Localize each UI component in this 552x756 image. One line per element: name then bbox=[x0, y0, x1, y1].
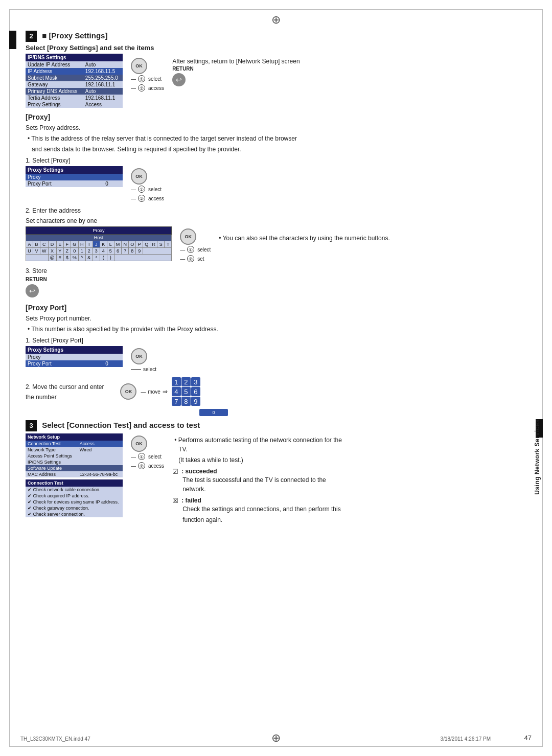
compass-bottom-icon: ⊕ bbox=[271, 731, 281, 745]
numpad-9: 9 bbox=[191, 397, 200, 406]
proxy-keyboard-table: Proxy Host ABCDEFGHI J KLMNOPQRST UVWXYZ… bbox=[26, 226, 172, 261]
proxy-step2-arrows: ①select ②set bbox=[180, 246, 211, 262]
row-update-ip-label: Update IP Address bbox=[26, 61, 83, 68]
page-number: 47 bbox=[524, 734, 532, 742]
section-2-heading: ■ [Proxy Settings] bbox=[42, 31, 107, 40]
proxy-row-proxy: Proxy bbox=[26, 174, 103, 180]
numpad-4: 4 bbox=[172, 387, 181, 396]
ok-button-proxy-step2[interactable]: OK bbox=[180, 228, 196, 245]
section-2-diagram: IP/DNS Settings Update IP Address Auto I… bbox=[26, 54, 526, 108]
numpad: 1 2 3 4 5 6 7 8 9 bbox=[172, 377, 200, 406]
proxy-port-step1-diagram: Proxy Settings Proxy Proxy Port 0 OK sel… bbox=[26, 346, 526, 372]
check-symbol: ☑ bbox=[172, 468, 178, 475]
proxy-desc2: • This is the address of the relay serve… bbox=[26, 134, 526, 143]
proxy-step2-ok-control: OK ①select ②set bbox=[180, 228, 211, 262]
row-subnet-label: Subnet Mask bbox=[26, 75, 83, 81]
row-primary-dns-value: Auto bbox=[83, 88, 123, 95]
proxy-heading: [Proxy] bbox=[26, 113, 526, 121]
proxy-port-step2-diagram: 2. Move the cursor and enter the number … bbox=[26, 377, 526, 406]
failed-desc1: Check the settings and connections, and … bbox=[172, 505, 346, 514]
row-ip-address-value: 192.168.11.5 bbox=[83, 68, 123, 75]
connection-test-table: Connection Test ✔ Check network cable co… bbox=[26, 479, 123, 517]
section-number-2: 2 bbox=[26, 31, 37, 42]
numpad-6: 6 bbox=[191, 387, 200, 396]
failed-label: : failed bbox=[181, 497, 201, 504]
keyboard-host-row: Host bbox=[26, 235, 172, 241]
move-label: — move ⇒ bbox=[141, 388, 167, 395]
footer-file: TH_L32C30KMTX_EN.indd 47 bbox=[20, 736, 90, 742]
failed-row: ☒ : failed bbox=[172, 497, 346, 505]
proxy-port-heading: [Proxy Port] bbox=[26, 304, 526, 312]
return-icon-proxy: ↩ bbox=[26, 284, 39, 297]
section-3-heading: Select [Connection Test] and access to t… bbox=[42, 421, 200, 429]
section-3-title: 3 Select [Connection Test] and access to… bbox=[26, 420, 526, 431]
row-proxy-settings-value: Access bbox=[83, 101, 123, 108]
proxy-port-step2-text: 2. Move the cursor and enter the number bbox=[26, 380, 104, 403]
proxy-step2b-label: Set characters one by one bbox=[26, 217, 526, 224]
proxy-step1-ok-control: OK ①select ②access bbox=[131, 168, 164, 202]
proxy-port-step1: 1. Select [Proxy Port] bbox=[26, 337, 526, 344]
network-setup-header: Network Setup bbox=[26, 433, 123, 441]
numpad-5: 5 bbox=[181, 387, 191, 396]
network-row-mac: MAC Address bbox=[26, 471, 78, 477]
proxy-settings-table: Proxy Settings Proxy Proxy Port 0 bbox=[26, 166, 123, 187]
numpad-8: 8 bbox=[181, 397, 191, 406]
page-border-right bbox=[542, 9, 543, 747]
ok-button-proxy-port-step1[interactable]: OK bbox=[131, 348, 147, 364]
ipdns-table-header: IP/DNS Settings bbox=[26, 54, 123, 61]
proxy-port-desc2: • This number is also specified by the p… bbox=[26, 325, 526, 334]
proxy-step3-label: 3. Store bbox=[26, 267, 526, 274]
proxy-keyboard-wrapper: Proxy Host ABCDEFGHI J KLMNOPQRST UVWXYZ… bbox=[26, 226, 172, 261]
network-row-type: Network Type bbox=[26, 447, 78, 453]
row-tertia-value: 192.168.11.1 bbox=[83, 95, 123, 101]
proxy-port-step1-arrows: select bbox=[131, 366, 156, 372]
proxy-port-table-header: Proxy Settings bbox=[26, 346, 123, 354]
numpad-0: 0 bbox=[199, 409, 228, 416]
proxy-port-step1-ok-control: OK select bbox=[131, 348, 156, 372]
section-3: 3 Select [Connection Test] and access to… bbox=[26, 420, 526, 526]
after-settings-text: After settings, return to [Network Setup… bbox=[172, 58, 300, 88]
after-settings-label: After settings, return to [Network Setup… bbox=[172, 58, 300, 65]
ok-button-proxy-step1[interactable]: OK bbox=[131, 168, 147, 185]
network-row-ipdns: IP/DNS Settings bbox=[26, 459, 78, 465]
proxy-keyboard-diagram: Proxy Host ABCDEFGHI J KLMNOPQRST UVWXYZ… bbox=[26, 226, 526, 262]
x-symbol: ☒ bbox=[172, 497, 178, 505]
failed-desc2: function again. bbox=[172, 515, 346, 524]
section3-note2: (It takes a while to test.) bbox=[172, 455, 346, 465]
row-subnet-value: 255.255.255.0 bbox=[83, 75, 123, 81]
ok-button-section3[interactable]: OK bbox=[131, 436, 147, 452]
network-row-software: Software Update bbox=[26, 465, 78, 471]
row-gateway-label: Gateway bbox=[26, 81, 83, 88]
keyboard-header: Proxy bbox=[26, 227, 172, 235]
select-arrow-label: ①select bbox=[131, 75, 164, 82]
row-update-ip-value: Auto bbox=[83, 61, 123, 68]
proxy-step2-note: • You can also set the characters by usi… bbox=[219, 235, 389, 242]
row-proxy-settings-label: Proxy Settings bbox=[26, 101, 83, 108]
proxy-port-desc1: Sets Proxy port number. bbox=[26, 314, 526, 323]
compass-icon: ⊕ bbox=[271, 13, 281, 27]
section-2-title: 2 ■ [Proxy Settings] bbox=[26, 31, 526, 42]
proxy-port-row-port: Proxy Port bbox=[26, 360, 103, 367]
ok-button-proxy-port-step2[interactable]: OK bbox=[120, 383, 136, 400]
succeeded-row: ☑ : succeeded bbox=[172, 468, 346, 475]
row-tertia-label: Tertia Address bbox=[26, 95, 83, 101]
section3-diagram: Network Setup Connection Test Access Net… bbox=[26, 433, 526, 526]
proxy-step1-diagram: Proxy Settings Proxy Proxy Port 0 OK ①se… bbox=[26, 166, 526, 202]
proxy-step2-label: 2. Enter the address bbox=[26, 207, 526, 214]
ok-button-section2[interactable]: OK bbox=[131, 58, 147, 74]
section2-arrow-labels: ①select ②access bbox=[131, 75, 164, 91]
network-row-access-point: Access Point Settings bbox=[26, 453, 78, 459]
section-number-3: 3 bbox=[26, 420, 37, 431]
numpad-3: 3 bbox=[191, 377, 200, 386]
proxy-desc1: Sets Proxy address. bbox=[26, 123, 526, 132]
row-ip-address-label: IP Address bbox=[26, 68, 83, 75]
section-2: 2 ■ [Proxy Settings] Select [Proxy Setti… bbox=[26, 31, 526, 416]
section3-ok-control: OK ①select ②access bbox=[131, 436, 164, 469]
section3-notes: • Performs automatic testing of the netw… bbox=[172, 436, 346, 526]
section3-arrows: ①select ②access bbox=[131, 453, 164, 469]
proxy-port-row-proxy: Proxy bbox=[26, 354, 103, 360]
page-border-bottom bbox=[9, 746, 543, 747]
row-primary-dns-label: Primary DNS Address bbox=[26, 88, 83, 95]
numpad-7: 7 bbox=[172, 397, 181, 406]
sidebar-label: Using Network Services bbox=[534, 419, 541, 495]
